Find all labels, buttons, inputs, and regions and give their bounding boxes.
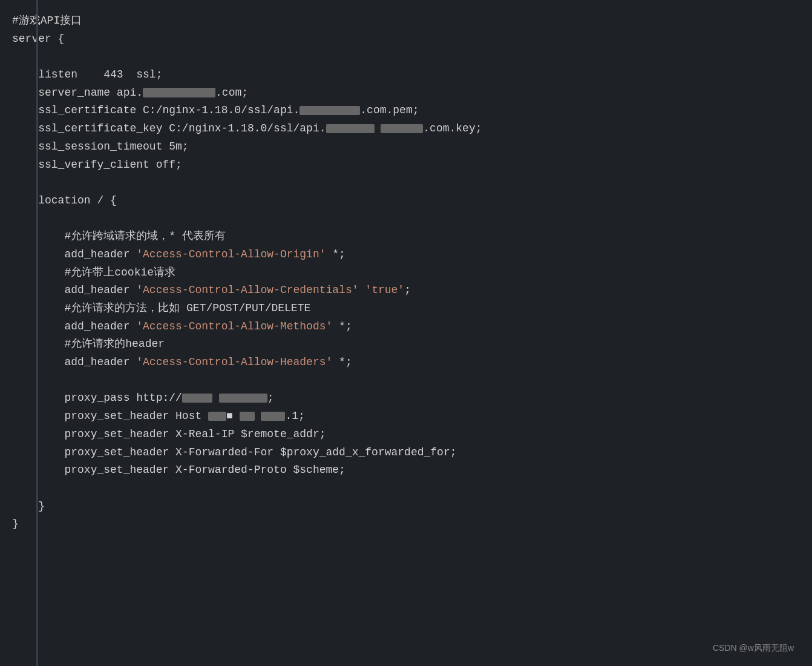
code-container: #游戏API接口 server { listen 443 ssl; server…	[0, 0, 812, 666]
ssl-verify-client: ssl_verify_client off;	[38, 159, 182, 171]
proxy-set-host: proxy_set_header Host ■ .1;	[64, 410, 304, 422]
redacted-cert-key2	[381, 124, 423, 133]
redacted-server-name	[143, 88, 215, 97]
watermark: CSDN @w风雨无阻w	[713, 643, 794, 654]
comment-cors-origin: #允许跨域请求的域，* 代表所有	[64, 230, 225, 242]
proxy-set-forwarded-proto: proxy_set_header X-Forwarded-Proto $sche…	[64, 464, 345, 476]
location-close: }	[38, 500, 45, 512]
add-header-methods: add_header 'Access-Control-Allow-Methods…	[64, 320, 352, 332]
redacted-cert	[300, 106, 360, 115]
redacted-ip1	[182, 394, 212, 403]
proxy-set-forwarded-for: proxy_set_header X-Forwarded-For $proxy_…	[64, 446, 456, 458]
server-close: }	[12, 518, 19, 530]
redacted-host2	[240, 412, 255, 421]
left-border	[36, 0, 38, 666]
code-block: #游戏API接口 server { listen 443 ssl; server…	[12, 12, 794, 533]
ssl-cert-key-directive: ssl_certificate_key C:/nginx-1.18.0/ssl/…	[38, 122, 482, 134]
location-block: location / {	[38, 194, 117, 206]
comment-cors-methods: #允许请求的方法，比如 GET/POST/PUT/DELETE	[64, 302, 310, 314]
redacted-cert-key	[326, 124, 375, 133]
add-header-headers: add_header 'Access-Control-Allow-Headers…	[64, 356, 352, 368]
redacted-host3	[261, 412, 285, 421]
proxy-pass: proxy_pass http:// ;	[64, 392, 273, 404]
server-name-directive: server_name api. .com;	[38, 87, 248, 99]
redacted-host1	[208, 412, 226, 421]
add-header-origin: add_header 'Access-Control-Allow-Origin'…	[64, 248, 345, 260]
server-open: server {	[12, 33, 64, 45]
ssl-session-timeout: ssl_session_timeout 5m;	[38, 140, 188, 153]
redacted-ip2	[219, 394, 267, 403]
comment-cors-cookie: #允许带上cookie请求	[64, 266, 175, 279]
listen-directive: listen 443 ssl;	[38, 68, 162, 81]
proxy-set-real-ip: proxy_set_header X-Real-IP $remote_addr;	[64, 428, 326, 440]
comment-cors-headers: #允许请求的header	[64, 338, 165, 350]
comment-title: #游戏API接口	[12, 15, 82, 27]
add-header-credentials: add_header 'Access-Control-Allow-Credent…	[64, 284, 411, 296]
ssl-cert-directive: ssl_certificate C:/nginx-1.18.0/ssl/api.…	[38, 104, 419, 116]
